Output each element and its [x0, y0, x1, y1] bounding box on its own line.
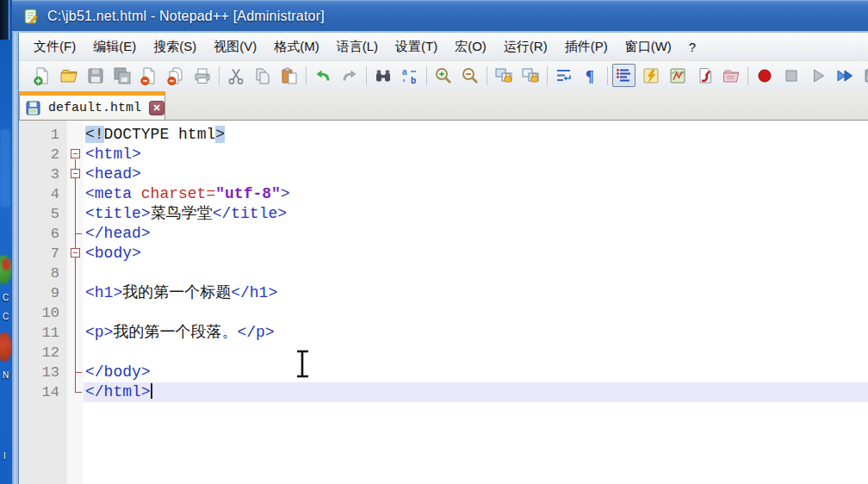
menu-item-language[interactable]: 语言(L) — [328, 34, 387, 59]
undo-icon[interactable] — [311, 64, 334, 87]
menu-bar: 文件(F)编辑(E)搜索(S)视图(V)格式(M)语言(L)设置(T)宏(O)运… — [19, 33, 868, 61]
fold-tick — [75, 233, 82, 234]
window-title: C:\jb51.net.html - Notepad++ [Administra… — [47, 9, 325, 24]
show-all-chars-icon[interactable]: ¶ — [579, 64, 602, 87]
save-all-icon[interactable] — [110, 64, 133, 87]
sync-scroll-h-icon[interactable] — [518, 64, 542, 87]
zoom-in-icon[interactable] — [431, 64, 455, 87]
document-map-icon[interactable] — [666, 64, 689, 87]
code-segment: </body> — [85, 363, 151, 381]
line-number: 3 — [19, 164, 67, 184]
line-number: 14 — [19, 382, 67, 402]
code-segment: </p> — [237, 324, 274, 341]
code-line-8[interactable] — [84, 264, 868, 283]
app-icon — [23, 9, 40, 25]
fold-collapse-box[interactable] — [71, 149, 80, 158]
tab-default-html[interactable]: default.html ✕ — [19, 91, 165, 120]
line-number: 2 — [19, 145, 67, 164]
title-bar[interactable]: C:\jb51.net.html - Notepad++ [Administra… — [12, 0, 868, 33]
js-macro-icon[interactable] — [692, 64, 716, 87]
open-file-icon[interactable] — [57, 64, 80, 87]
sync-scroll-v-icon[interactable] — [492, 64, 515, 87]
code-line-1[interactable]: <!DOCTYPE html> — [84, 125, 868, 145]
code-line-12[interactable] — [84, 343, 868, 363]
code-segment: </html> — [85, 383, 151, 400]
menu-item-edit[interactable]: 编辑(E) — [84, 34, 145, 59]
code-segment: charset= — [141, 185, 215, 202]
desktop-icon-fragment — [0, 332, 12, 362]
macro-record-icon[interactable] — [753, 64, 776, 87]
menu-item-settings[interactable]: 设置(T) — [387, 34, 446, 59]
background-window-fragment — [0, 129, 10, 207]
print-icon[interactable] — [190, 64, 214, 87]
macro-stop-icon[interactable] — [779, 64, 803, 87]
code-segment: </title> — [213, 205, 287, 222]
code-line-14[interactable]: </html> — [84, 382, 868, 402]
save-icon[interactable] — [84, 64, 107, 87]
line-number: 4 — [19, 184, 67, 204]
notepad-plus-plus-window: C:\jb51.net.html - Notepad++ [Administra… — [12, 0, 868, 484]
toolbar-separator — [607, 66, 608, 85]
desktop-icon-label: C — [3, 293, 9, 302]
code-line-10[interactable] — [84, 303, 868, 323]
toolbar-separator — [426, 66, 427, 85]
fold-tick — [75, 392, 82, 393]
line-number: 7 — [19, 244, 67, 264]
menu-item-help[interactable]: ? — [680, 35, 704, 59]
function-list-icon[interactable] — [639, 64, 662, 87]
svg-text:b: b — [411, 76, 416, 85]
desktop-icon-label: I — [3, 451, 6, 461]
close-all-icon[interactable] — [164, 64, 187, 87]
menu-item-format[interactable]: 格式(M) — [265, 34, 328, 59]
code-line-3[interactable]: <head> — [84, 164, 868, 184]
toolbar-separator — [366, 66, 367, 85]
menu-item-view[interactable]: 视图(V) — [205, 34, 265, 59]
macro-save-icon[interactable] — [859, 64, 868, 87]
window-body: 文件(F)编辑(E)搜索(S)视图(V)格式(M)语言(L)设置(T)宏(O)运… — [19, 33, 868, 484]
code-area[interactable]: <!DOCTYPE html><html><head><meta charset… — [84, 121, 868, 484]
line-number: 10 — [19, 303, 67, 323]
menu-item-search[interactable]: 搜索(S) — [145, 34, 205, 59]
code-line-11[interactable]: <p>我的第一个段落。</p> — [84, 323, 868, 343]
replace-icon[interactable]: ab — [398, 64, 421, 87]
fold-collapse-box[interactable] — [71, 169, 80, 178]
code-line-7[interactable]: <body> — [84, 244, 868, 264]
code-segment: <! — [85, 126, 104, 143]
fold-collapse-box[interactable] — [71, 248, 80, 258]
new-file-icon[interactable] — [30, 64, 53, 87]
word-wrap-icon[interactable] — [552, 64, 575, 87]
code-segment: <head> — [85, 165, 141, 183]
cut-icon[interactable] — [224, 64, 247, 87]
code-segment: </head> — [85, 225, 151, 242]
redo-icon[interactable] — [338, 64, 361, 87]
desktop-icon-label: N — [3, 370, 9, 380]
menu-item-macro[interactable]: 宏(O) — [446, 34, 495, 59]
toolbar-separator — [547, 66, 548, 85]
code-line-4[interactable]: <meta charset="utf-8"> — [84, 184, 868, 204]
desktop-icon-label: C — [3, 312, 9, 321]
macro-run-multi-icon[interactable] — [833, 64, 856, 87]
menu-item-window[interactable]: 窗口(W) — [617, 34, 680, 59]
doc-switcher-icon[interactable] — [719, 64, 742, 87]
macro-play-icon[interactable] — [806, 64, 829, 87]
code-line-13[interactable]: </body> — [84, 363, 868, 382]
menu-item-run[interactable]: 运行(R) — [495, 34, 556, 59]
line-number: 9 — [19, 283, 67, 303]
menu-item-file[interactable]: 文件(F) — [25, 34, 84, 59]
code-line-2[interactable]: <html> — [84, 145, 868, 164]
menu-item-plugins[interactable]: 插件(P) — [556, 34, 617, 59]
code-line-9[interactable]: <h1>我的第一个标题</h1> — [84, 283, 868, 303]
zoom-out-icon[interactable] — [458, 64, 481, 87]
copy-icon[interactable] — [251, 64, 274, 87]
find-icon[interactable] — [371, 64, 394, 87]
code-editor[interactable]: 1234567891011121314 <!DOCTYPE html><html… — [19, 121, 868, 484]
indent-guide-icon[interactable] — [612, 64, 636, 87]
close-icon[interactable] — [137, 64, 160, 87]
code-segment: 我的第一个段落。 — [113, 324, 237, 341]
paste-icon[interactable] — [277, 64, 301, 87]
code-line-5[interactable]: <title>菜鸟学堂</title> — [84, 204, 868, 224]
toolbar-separator — [219, 66, 220, 85]
code-line-6[interactable]: </head> — [84, 224, 868, 244]
tab-close-icon[interactable]: ✕ — [149, 101, 164, 115]
fold-tick — [75, 372, 82, 373]
